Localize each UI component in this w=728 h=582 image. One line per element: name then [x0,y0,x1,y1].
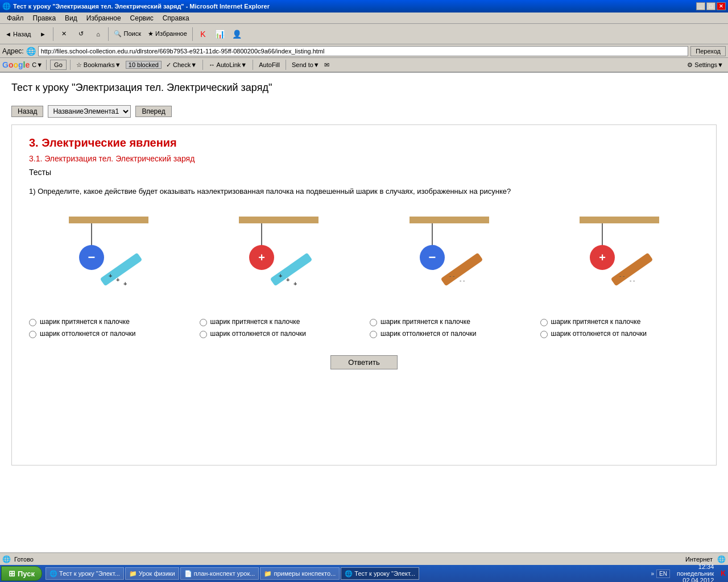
radio-option-repel-1[interactable]: шарик оттолкнется от палочки [29,330,188,338]
taskbar-item-1[interactable]: 📁 Урок физики [125,567,179,580]
taskbar-tray: » EN 12:34 понедельник 02.04.2012 K [648,563,728,582]
radio-option-attract-2[interactable]: шарик притянется к палочке [200,318,359,326]
maximize-button[interactable]: □ [706,2,715,10]
answer-btn-row: Ответить [29,355,699,369]
status-left: 🌐 Готово [2,555,34,563]
home-button[interactable]: ⌂ [90,26,106,42]
radio-option-repel-4[interactable]: шарик оттолкнется от палочки [540,330,700,338]
radio-options-1: шарик притянется к палочке шарик оттолкн… [29,318,188,342]
ie-icon: 🌐 [2,2,11,10]
kaspersky-tray-icon: K [721,569,726,577]
svg-text:−: − [88,250,95,264]
radio-attract-4[interactable] [540,319,548,326]
title-bar: 🌐 Тест к уроку "Электризация тел. Электр… [0,0,728,13]
address-bar: Адрес: 🌐 Переход [0,44,728,58]
taskbar-clock: 12:34 понедельник 02.04.2012 [672,563,718,582]
taskbar-item-0[interactable]: 🌐 Тест к уроку "Элект... [46,567,124,580]
radio-options-4: шарик притянется к палочке шарик оттолкн… [540,318,700,342]
google-sep [46,60,47,70]
diagram-1-svg: − + + + [52,211,166,313]
page-icon: 🌐 [26,47,36,56]
ceiling-4 [580,217,659,223]
radio-option-attract-1[interactable]: шарик притянется к палочке [29,318,188,326]
google-toolbar-c: C▼ [32,61,43,68]
svg-text:+: + [286,276,289,283]
radio-repel-2[interactable] [200,331,207,338]
favorites-button[interactable]: ★ Избранное [145,26,190,42]
radio-option-attract-4[interactable]: шарик притянется к палочке [540,318,700,326]
language-indicator[interactable]: EN [656,569,670,578]
menu-bar: Файл Правка Вид Избранное Сервис Справка [0,13,728,24]
taskbar-item-3[interactable]: 📁 примеры конспекто... [260,567,340,580]
google-sep2 [70,60,71,70]
google-bookmarks[interactable]: ☆ Bookmarks▼ [74,61,123,69]
google-settings[interactable]: ⚙ Settings▼ [685,61,726,69]
ceiling-3 [410,217,489,223]
extra-btn-2[interactable]: 👤 [229,26,245,42]
radio-option-repel-3[interactable]: шарик оттолкнется от палочки [370,330,529,338]
menu-file[interactable]: Файл [2,13,28,23]
taskbar-item-2[interactable]: 📄 план-конспект урок... [180,567,259,580]
close-button[interactable]: ✕ [717,2,726,10]
go-button[interactable]: Переход [690,46,726,56]
extra-btn-1[interactable]: 📊 [212,26,228,42]
status-right: Интернет 🌐 [685,555,726,563]
google-sep3 [202,60,203,70]
windows-logo: ⊞ [9,569,15,578]
menu-view[interactable]: Вид [60,13,82,23]
radio-repel-1[interactable] [29,331,36,338]
kaspersky-button[interactable]: K [195,26,211,42]
menu-help[interactable]: Справка [158,13,194,23]
ceiling-2 [239,217,318,223]
taskbar-item-4[interactable]: 🌐 Тест к уроку "Элект... [341,567,419,580]
google-toolbar: Google C▼ Go ☆ Bookmarks▼ 10 blocked ✓ C… [0,58,728,73]
browser-content: Тест к уроку "Электризация тел. Электрич… [0,73,728,552]
menu-favorites[interactable]: Избранное [82,13,126,23]
tray-expand[interactable]: » [651,571,654,577]
nav-bar: Назад НазваниеЭлемента1 Вперед [11,105,717,118]
forward-nav-button[interactable]: Вперед [135,106,171,117]
svg-text:+: + [293,280,297,287]
svg-text:−: − [428,250,436,264]
element-select[interactable]: НазваниеЭлемента1 [48,105,131,118]
google-check[interactable]: ✓ Check▼ [164,61,199,69]
radio-option-attract-3[interactable]: шарик притянется к палочке [370,318,529,326]
back-nav-button[interactable]: Назад [11,106,43,117]
google-autolink[interactable]: ↔ AutoLink▼ [206,61,249,68]
menu-tools[interactable]: Сервис [126,13,158,23]
back-button[interactable]: ◄ Назад [2,26,34,42]
stick-2 [270,252,313,286]
refresh-button[interactable]: ↺ [73,26,89,42]
google-go-button[interactable]: Go [50,60,67,70]
toolbar: ◄ Назад ► ✕ ↺ ⌂ 🔍 Поиск ★ Избранное K 📊 … [0,24,728,44]
google-autofill[interactable]: AutoFill [257,61,282,68]
radio-options-3: шарик притянется к палочке шарик оттолкн… [370,318,529,342]
start-button[interactable]: ⊞ Пуск [1,566,42,581]
google-sep4 [253,60,253,70]
address-input[interactable] [38,46,689,56]
diagram-4: + - - - - шарик притянется к палочке шар… [540,211,700,342]
search-button[interactable]: 🔍 Поиск [111,26,144,42]
minimize-button[interactable]: _ [696,2,705,10]
radio-attract-3[interactable] [370,319,377,326]
svg-text:+: + [258,251,265,264]
test-box: 3. Электрические явления 3.1. Электризац… [11,124,717,465]
radio-repel-4[interactable] [540,331,548,338]
menu-edit[interactable]: Правка [28,13,61,23]
svg-text:+: + [116,276,119,283]
taskbar: ⊞ Пуск 🌐 Тест к уроку "Элект... 📁 Урок ф… [0,565,728,582]
stop-button[interactable]: ✕ [56,26,72,42]
radio-option-repel-2[interactable]: шарик оттолкнется от палочки [200,330,359,338]
forward-button[interactable]: ► [35,26,51,42]
radio-repel-3[interactable] [370,331,377,338]
svg-text:+: + [109,272,112,279]
radio-attract-2[interactable] [200,319,207,326]
taskbar-items: 🌐 Тест к уроку "Элект... 📁 Урок физики 📄… [43,567,648,580]
google-sendto[interactable]: Send to▼ [289,61,322,68]
answer-button[interactable]: Ответить [330,355,398,369]
diagram-1: − + + + шарик притянется к палочке шарик… [29,211,188,342]
radio-attract-1[interactable] [29,319,36,326]
diagram-3: − - - - - шарик притянется к палочке шар… [370,211,529,342]
diagram-2-svg: + + + + [222,211,336,313]
status-text: Готово [14,556,34,563]
